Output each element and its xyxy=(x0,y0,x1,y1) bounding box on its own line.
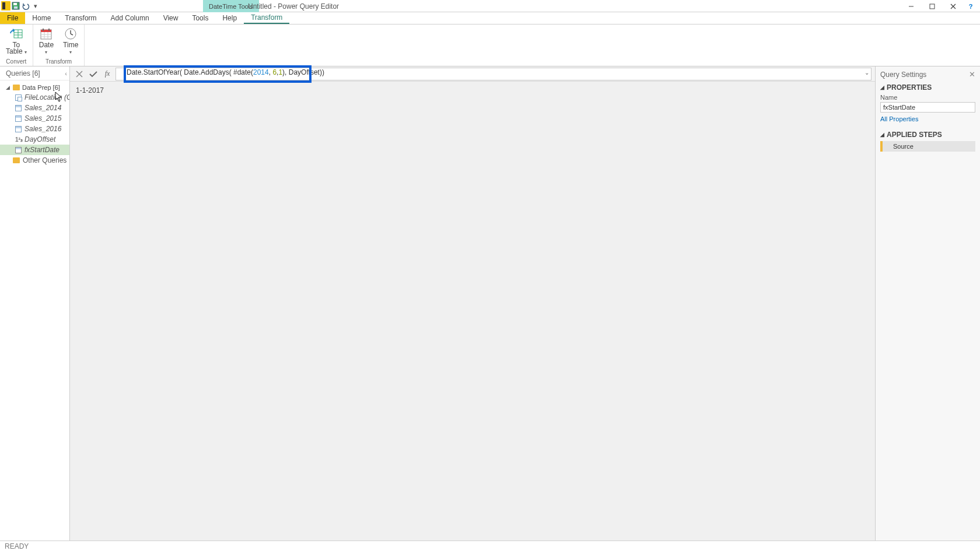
to-table-button[interactable]: To Table ▾ xyxy=(4,26,29,57)
tab-add-column[interactable]: Add Column xyxy=(104,12,156,24)
clock-icon xyxy=(64,27,78,41)
close-button[interactable] xyxy=(943,0,964,12)
to-table-label: To Table ▾ xyxy=(6,42,27,55)
table-icon xyxy=(15,126,22,132)
formula-num: 2014 xyxy=(253,68,269,76)
query-label: Sales_2014 xyxy=(24,104,61,112)
query-item-sales2014[interactable]: Sales_2014 xyxy=(0,103,69,113)
date-label: Date▾ xyxy=(39,42,54,55)
query-settings-panel: Query Settings ✕ ◢ PROPERTIES Name All P… xyxy=(875,66,980,541)
status-bar: READY xyxy=(0,541,980,551)
group-label-convert: Convert xyxy=(6,58,26,66)
formula-bar: fx Date.StartOfYear( Date.AddDays( #date… xyxy=(70,66,875,82)
queries-title: Queries [6] xyxy=(6,69,40,78)
cancel-formula-button[interactable] xyxy=(74,68,85,80)
query-item-dayoffset[interactable]: 1²₃ DayOffset xyxy=(0,134,69,145)
preview-value: 1-1-2017 xyxy=(70,82,875,99)
svg-rect-4 xyxy=(930,4,935,9)
query-label: FileLocation (C:\... xyxy=(24,93,69,101)
tab-file[interactable]: File xyxy=(0,12,25,24)
settings-title: Query Settings ✕ xyxy=(880,70,975,79)
formula-dropdown-icon[interactable]: ⌄ xyxy=(864,69,869,76)
tab-view[interactable]: View xyxy=(156,12,186,24)
folder-icon xyxy=(13,85,20,90)
group-label: Data Prep [6] xyxy=(22,84,60,91)
window-title: Untitled - Power Query Editor xyxy=(248,0,339,12)
table-icon xyxy=(15,115,22,122)
queries-header: Queries [6] ‹ xyxy=(0,66,69,80)
applied-steps-header[interactable]: ◢ APPLIED STEPS xyxy=(880,131,975,139)
titlebar: ▾ DateTime Tools Untitled - Power Query … xyxy=(0,0,980,12)
ribbon-group-transform: Date▾ Time▾ Transform xyxy=(33,24,85,66)
qat-dropdown-icon[interactable]: ▾ xyxy=(31,1,40,10)
svg-rect-12 xyxy=(41,30,51,32)
formula-input-wrap: Date.StartOfYear( Date.AddDays( #date(20… xyxy=(116,68,872,80)
query-group-other[interactable]: Other Queries xyxy=(0,155,69,166)
tab-tools[interactable]: Tools xyxy=(185,12,215,24)
fx-icon[interactable]: fx xyxy=(102,68,113,80)
app-icon xyxy=(1,1,10,10)
properties-header[interactable]: ◢ PROPERTIES xyxy=(880,83,975,92)
formula-text: ), DayOffset)) xyxy=(282,68,324,76)
help-icon[interactable]: ? xyxy=(964,0,978,12)
tab-help[interactable]: Help xyxy=(215,12,244,24)
query-tree: ◢ Data Prep [6] FileLocation (C:\... Sal… xyxy=(0,80,69,168)
tab-home[interactable]: Home xyxy=(25,12,58,24)
queries-panel: Queries [6] ‹ ◢ Data Prep [6] FileLocati… xyxy=(0,66,70,541)
query-item-filelocation[interactable]: FileLocation (C:\... xyxy=(0,92,69,103)
parameter-icon xyxy=(15,94,22,101)
group-label-transform: Transform xyxy=(46,58,72,66)
accept-formula-button[interactable] xyxy=(88,68,99,80)
query-label: DayOffset xyxy=(24,135,55,143)
editor-center: fx Date.StartOfYear( Date.AddDays( #date… xyxy=(70,66,875,541)
status-text: READY xyxy=(5,542,29,550)
quick-access-toolbar: ▾ xyxy=(0,1,40,10)
collapse-icon: ◢ xyxy=(880,85,884,90)
expand-icon[interactable]: ◢ xyxy=(6,85,10,90)
undo-icon[interactable] xyxy=(21,1,30,10)
calendar-icon xyxy=(39,27,53,41)
all-properties-link[interactable]: All Properties xyxy=(880,115,918,122)
minimize-button[interactable] xyxy=(901,0,922,12)
query-item-fxstartdate[interactable]: fxStartDate xyxy=(0,145,69,155)
settings-title-text: Query Settings xyxy=(880,71,926,79)
query-item-sales2015[interactable]: Sales_2015 xyxy=(0,113,69,124)
svg-rect-2 xyxy=(14,6,18,9)
ribbon-group-convert: To Table ▾ Convert xyxy=(0,24,33,66)
formula-text: Date.StartOfYear( Date.AddDays( #date( xyxy=(127,68,253,76)
query-label: Sales_2015 xyxy=(24,114,61,122)
query-item-sales2016[interactable]: Sales_2016 xyxy=(0,124,69,134)
query-group-data-prep[interactable]: ◢ Data Prep [6] xyxy=(0,83,69,92)
maximize-button[interactable] xyxy=(922,0,943,12)
save-icon[interactable] xyxy=(11,1,20,10)
tab-transform[interactable]: Transform xyxy=(58,12,103,24)
name-label: Name xyxy=(880,94,975,101)
applied-steps-label: APPLIED STEPS xyxy=(887,131,942,139)
query-label: fxStartDate xyxy=(24,146,60,154)
close-settings-icon[interactable]: ✕ xyxy=(969,70,975,79)
table-icon xyxy=(15,147,22,153)
group-label: Other Queries xyxy=(23,156,66,164)
svg-rect-1 xyxy=(13,3,17,5)
collapse-queries-icon[interactable]: ‹ xyxy=(65,70,67,77)
properties-label: PROPERTIES xyxy=(887,83,932,92)
number-icon: 1²₃ xyxy=(15,136,22,143)
collapse-icon: ◢ xyxy=(880,132,884,138)
formula-input[interactable]: Date.StartOfYear( Date.AddDays( #date(20… xyxy=(116,68,872,80)
tab-context-transform[interactable]: Transform xyxy=(244,12,289,24)
folder-icon xyxy=(13,157,20,163)
time-button[interactable]: Time▾ xyxy=(61,26,80,57)
to-table-icon xyxy=(9,27,23,41)
query-label: Sales_2016 xyxy=(24,125,61,133)
ribbon-tabs: File Home Transform Add Column View Tool… xyxy=(0,12,980,24)
time-label: Time▾ xyxy=(63,42,78,55)
step-source[interactable]: Source xyxy=(880,141,975,152)
query-name-input[interactable] xyxy=(880,102,975,113)
main-area: Queries [6] ‹ ◢ Data Prep [6] FileLocati… xyxy=(0,66,980,541)
window-controls: ? xyxy=(901,0,980,12)
ribbon: To Table ▾ Convert Date▾ Time▾ Transform xyxy=(0,24,980,66)
table-icon xyxy=(15,105,22,111)
applied-steps-list: Source xyxy=(880,141,975,152)
date-button[interactable]: Date▾ xyxy=(37,26,56,57)
